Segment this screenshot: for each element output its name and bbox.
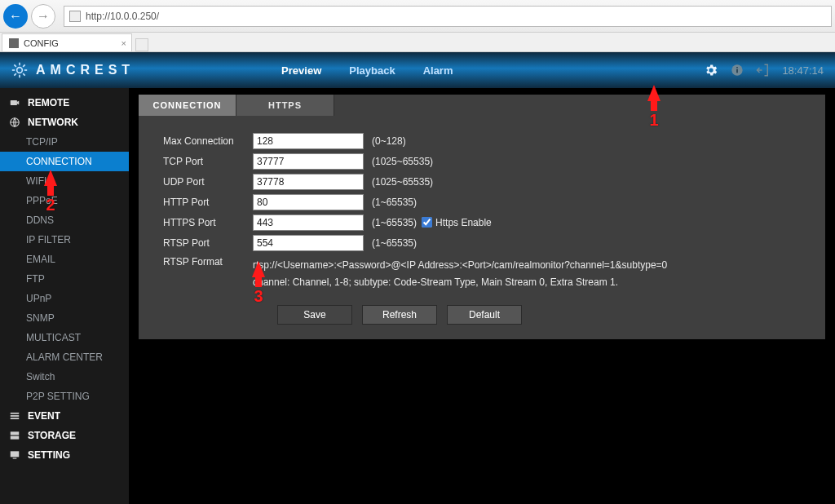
sidebar-item-wifi[interactable]: WIFI <box>0 171 129 191</box>
sidebar-item-ftp[interactable]: FTP <box>0 269 129 289</box>
forward-button[interactable]: → <box>31 4 55 29</box>
sidebar-item-ipfilter[interactable]: IP FILTER <box>0 230 129 250</box>
gear-icon[interactable] <box>704 63 718 77</box>
label-http-port: HTTP Port <box>163 197 253 208</box>
info-icon[interactable] <box>730 63 744 77</box>
sidebar-item-tcpip[interactable]: TCP/IP <box>0 132 129 152</box>
connection-form: Max Connection (0~128) TCP Port (1025~65… <box>139 116 825 325</box>
max-connection-input[interactable] <box>253 133 364 149</box>
https-enable-label: Https Enable <box>435 217 492 228</box>
close-tab-icon[interactable]: × <box>121 38 126 48</box>
logout-icon[interactable] <box>756 63 771 77</box>
sidebar-group-event[interactable]: EVENT <box>0 406 129 426</box>
svg-rect-10 <box>737 69 738 73</box>
label-tcp-port: TCP Port <box>163 156 253 167</box>
sidebar-group-storage[interactable]: STORAGE <box>0 426 129 445</box>
https-port-input[interactable] <box>253 214 364 231</box>
sidebar: REMOTE NETWORK TCP/IP CONNECTION WIFI PP… <box>0 88 129 504</box>
svg-point-0 <box>17 68 23 73</box>
label-max-connection: Max Connection <box>163 135 253 147</box>
label-rtsp-format: RTSP Format <box>163 256 253 267</box>
label-udp-port: UDP Port <box>163 176 253 188</box>
sidebar-group-remote[interactable]: REMOTE <box>0 93 129 113</box>
label-https-port: HTTPS Port <box>163 217 253 228</box>
sidebar-item-connection[interactable]: CONNECTION <box>0 152 129 171</box>
svg-line-6 <box>23 73 24 76</box>
nav-playback[interactable]: Playback <box>349 64 395 77</box>
page-icon <box>69 11 81 22</box>
header-right: 18:47:14 <box>704 63 824 77</box>
refresh-button[interactable]: Refresh <box>362 305 437 325</box>
nav-alarm[interactable]: Alarm <box>423 64 453 77</box>
svg-rect-14 <box>11 413 20 414</box>
sidebar-label: SETTING <box>28 449 70 461</box>
favicon-icon <box>9 38 19 48</box>
hint-https: (1~65535) <box>372 217 417 228</box>
svg-rect-19 <box>11 451 20 457</box>
app-root: AMCREST Preview Playback Alarm 18:47:14 … <box>0 52 835 504</box>
brand-text: AMCREST <box>36 63 135 77</box>
settings-panel: CONNECTION HTTPS Max Connection (0~128) … <box>139 95 825 339</box>
tab-connection[interactable]: CONNECTION <box>139 95 236 116</box>
svg-rect-18 <box>11 436 20 440</box>
browser-tab[interactable]: CONFIG × <box>2 33 132 51</box>
svg-rect-16 <box>11 418 20 419</box>
clock: 18:47:14 <box>782 64 824 77</box>
sidebar-item-switch[interactable]: Switch <box>0 367 129 387</box>
svg-line-5 <box>14 64 16 67</box>
nav-preview[interactable]: Preview <box>281 64 321 77</box>
hint-max: (0~128) <box>372 135 406 147</box>
top-nav: Preview Playback Alarm <box>281 64 453 77</box>
main-area: CONNECTION HTTPS Max Connection (0~128) … <box>129 88 835 504</box>
sidebar-item-upnp[interactable]: UPnP <box>0 289 129 308</box>
svg-rect-12 <box>11 100 17 105</box>
rtsp-format-line2: channel: Channel, 1-8; subtype: Code-Str… <box>253 275 667 290</box>
browser-toolbar: ← → http://10.0.0.250/ <box>0 0 835 33</box>
sidebar-item-multicast[interactable]: MULTICAST <box>0 328 129 347</box>
tcp-port-input[interactable] <box>253 153 364 170</box>
http-port-input[interactable] <box>253 194 364 210</box>
tab-https[interactable]: HTTPS <box>236 95 334 116</box>
sidebar-label: REMOTE <box>28 97 69 108</box>
action-buttons: Save Refresh Default <box>163 305 825 325</box>
label-rtsp-port: RTSP Port <box>163 237 253 249</box>
globe-icon <box>8 116 21 129</box>
storage-icon <box>8 429 21 442</box>
sidebar-label: STORAGE <box>28 430 76 441</box>
hint-tcp: (1025~65535) <box>372 156 433 167</box>
sidebar-label: EVENT <box>28 410 60 422</box>
hint-rtsp: (1~65535) <box>372 237 417 249</box>
address-bar[interactable]: http://10.0.0.250/ <box>64 6 832 27</box>
svg-rect-17 <box>11 431 20 435</box>
sidebar-item-alarmcenter[interactable]: ALARM CENTER <box>0 347 129 367</box>
rtsp-port-input[interactable] <box>253 235 364 251</box>
hint-udp: (1025~65535) <box>372 176 433 188</box>
back-button[interactable]: ← <box>3 4 28 29</box>
https-enable-checkbox[interactable] <box>422 217 432 228</box>
sidebar-group-network[interactable]: NETWORK <box>0 113 129 132</box>
sidebar-item-email[interactable]: EMAIL <box>0 250 129 269</box>
svg-rect-20 <box>13 458 17 459</box>
app-header: AMCREST Preview Playback Alarm 18:47:14 <box>0 52 835 88</box>
rtsp-format-line1: rtsp://<Username>:<Password>@<IP Address… <box>253 258 667 273</box>
svg-line-8 <box>14 73 16 76</box>
sidebar-item-ddns[interactable]: DDNS <box>0 210 129 230</box>
camera-icon <box>8 96 21 109</box>
save-button[interactable]: Save <box>277 305 352 325</box>
tab-strip: CONFIG × <box>0 33 835 52</box>
new-tab-button[interactable] <box>135 38 148 51</box>
sidebar-item-snmp[interactable]: SNMP <box>0 308 129 328</box>
svg-rect-15 <box>11 415 20 417</box>
udp-port-input[interactable] <box>253 174 364 190</box>
svg-rect-11 <box>737 67 738 68</box>
sidebar-item-pppoe[interactable]: PPPoE <box>0 191 129 210</box>
sidebar-group-setting[interactable]: SETTING <box>0 445 129 465</box>
monitor-icon <box>8 449 21 462</box>
sidebar-label: NETWORK <box>28 117 78 128</box>
panel-tabs: CONNECTION HTTPS <box>139 95 825 116</box>
default-button[interactable]: Default <box>447 305 522 325</box>
tab-title: CONFIG <box>24 38 59 48</box>
sidebar-item-p2p[interactable]: P2P SETTING <box>0 387 129 406</box>
hint-http: (1~65535) <box>372 197 417 208</box>
svg-line-7 <box>23 64 24 67</box>
